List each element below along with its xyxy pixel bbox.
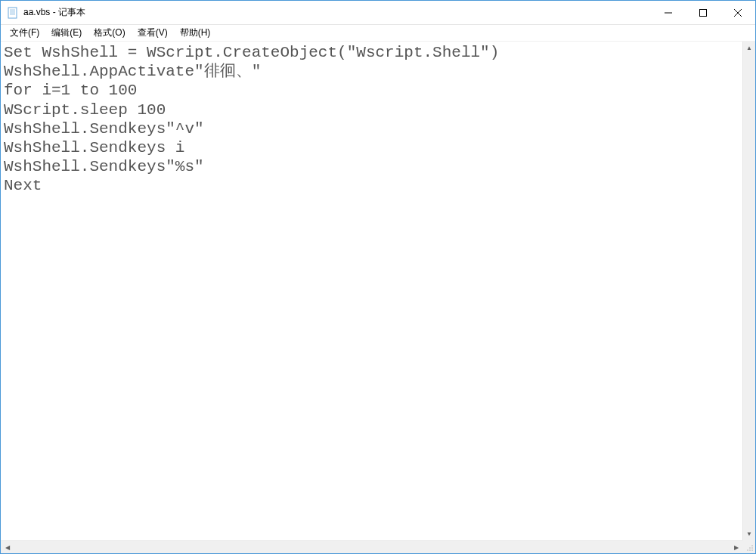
menu-format[interactable]: 格式(O) <box>88 25 131 41</box>
scroll-down-arrow-icon[interactable]: ▼ <box>743 528 755 540</box>
maximize-button[interactable] <box>686 1 720 24</box>
svg-point-11 <box>751 547 753 549</box>
svg-rect-6 <box>700 9 707 16</box>
scroll-right-arrow-icon[interactable]: ▶ <box>730 541 742 553</box>
notepad-icon <box>7 7 19 19</box>
resize-grip-icon[interactable] <box>745 543 754 552</box>
scrollbar-corner <box>742 540 755 553</box>
window-title: aa.vbs - 记事本 <box>23 6 651 19</box>
svg-point-9 <box>751 545 753 546</box>
content-area: Set WshShell = WScript.CreateObject("Wsc… <box>1 42 755 553</box>
menu-edit[interactable]: 编辑(E) <box>45 25 88 41</box>
svg-point-13 <box>749 549 751 551</box>
titlebar: aa.vbs - 记事本 <box>1 1 755 25</box>
vertical-scrollbar[interactable]: ▲ ▼ <box>742 42 755 540</box>
scroll-left-arrow-icon[interactable]: ◀ <box>1 541 14 553</box>
svg-point-12 <box>747 549 748 551</box>
close-button[interactable] <box>720 1 755 24</box>
minimize-button[interactable] <box>651 1 686 24</box>
menu-file[interactable]: 文件(F) <box>4 25 45 41</box>
svg-point-14 <box>751 549 753 551</box>
menu-view[interactable]: 查看(V) <box>132 25 174 41</box>
window-controls <box>651 1 755 24</box>
text-editor[interactable]: Set WshShell = WScript.CreateObject("Wsc… <box>1 42 742 540</box>
scroll-up-arrow-icon[interactable]: ▲ <box>743 42 755 54</box>
svg-point-10 <box>749 547 751 549</box>
horizontal-scrollbar[interactable]: ◀ ▶ <box>1 540 742 553</box>
menu-help[interactable]: 帮助(H) <box>174 25 217 41</box>
menubar: 文件(F) 编辑(E) 格式(O) 查看(V) 帮助(H) <box>1 25 755 42</box>
notepad-window: aa.vbs - 记事本 文件(F) 编辑(E) 格式(O) 查看(V) 帮助(… <box>0 0 756 554</box>
